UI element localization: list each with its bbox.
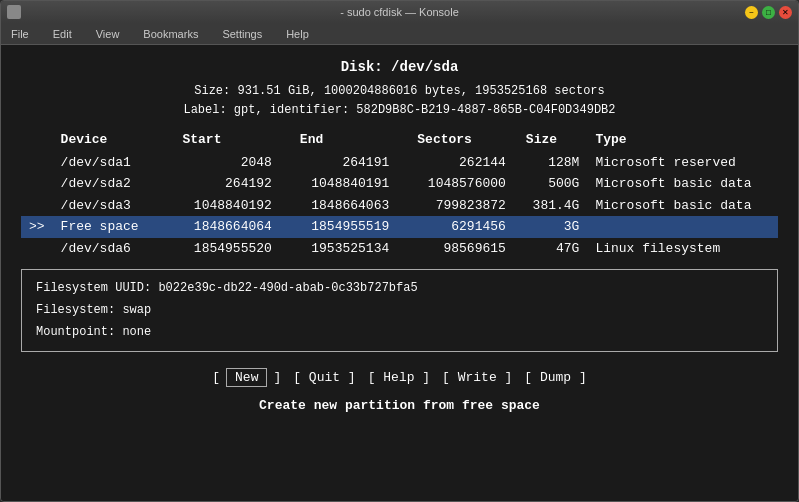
row-start: 1048840192 <box>174 195 291 217</box>
table-row[interactable]: /dev/sda2 264192 1048840191 1048576000 5… <box>21 173 778 195</box>
row-size: 47G <box>518 238 588 260</box>
title-bar: - sudo cfdisk — Konsole − □ ✕ <box>1 1 798 23</box>
row-size: 128M <box>518 152 588 174</box>
row-sectors: 799823872 <box>409 195 518 217</box>
row-end: 1854955519 <box>292 216 409 238</box>
row-end: 1953525134 <box>292 238 409 260</box>
row-sectors: 6291456 <box>409 216 518 238</box>
table-row[interactable]: /dev/sda1 2048 264191 262144 128M Micros… <box>21 152 778 174</box>
row-device: /dev/sda3 <box>53 195 175 217</box>
table-row[interactable]: /dev/sda6 1854955520 1953525134 98569615… <box>21 238 778 260</box>
main-window: - sudo cfdisk — Konsole − □ ✕ File Edit … <box>0 0 799 502</box>
row-sectors: 98569615 <box>409 238 518 260</box>
row-end: 1048840191 <box>292 173 409 195</box>
col-end-header: End <box>292 130 409 152</box>
info-fs: Filesystem: swap <box>36 300 763 322</box>
menu-file[interactable]: File <box>7 26 33 42</box>
action-btn-new[interactable]: New <box>226 368 267 387</box>
terminal-area: Disk: /dev/sda Size: 931.51 GiB, 1000204… <box>1 45 798 501</box>
minimize-button[interactable]: − <box>745 6 758 19</box>
title-bar-controls: − □ ✕ <box>745 6 792 19</box>
col-arrow-header <box>21 130 53 152</box>
row-device: /dev/sda2 <box>53 173 175 195</box>
disk-header: Disk: /dev/sda <box>21 57 778 78</box>
row-device: /dev/sda1 <box>53 152 175 174</box>
row-device: /dev/sda6 <box>53 238 175 260</box>
action-btn-quit[interactable]: [ Quit ] <box>293 368 355 388</box>
row-arrow <box>21 173 53 195</box>
row-start: 264192 <box>174 173 291 195</box>
disk-info: Size: 931.51 GiB, 1000204886016 bytes, 1… <box>21 82 778 120</box>
info-uuid: Filesystem UUID: b022e39c-db22-490d-abab… <box>36 278 763 300</box>
row-size: 500G <box>518 173 588 195</box>
title-bar-title: - sudo cfdisk — Konsole <box>340 6 459 18</box>
row-end: 1848664063 <box>292 195 409 217</box>
col-sectors-header: Sectors <box>409 130 518 152</box>
partition-table: Device Start End Sectors Size Type /dev/… <box>21 130 778 259</box>
row-device: Free space <box>53 216 175 238</box>
row-type: Microsoft basic data <box>587 195 778 217</box>
table-row[interactable]: >> Free space 1848664064 1854955519 6291… <box>21 216 778 238</box>
row-start: 1854955520 <box>174 238 291 260</box>
row-sectors: 1048576000 <box>409 173 518 195</box>
row-arrow: >> <box>21 216 53 238</box>
col-start-header: Start <box>174 130 291 152</box>
action-btn-help[interactable]: [ Help ] <box>368 368 430 388</box>
menu-help[interactable]: Help <box>282 26 313 42</box>
row-size: 3G <box>518 216 588 238</box>
disk-title: Disk: /dev/sda <box>21 57 778 78</box>
menu-bookmarks[interactable]: Bookmarks <box>139 26 202 42</box>
disk-size-line: Size: 931.51 GiB, 1000204886016 bytes, 1… <box>21 82 778 101</box>
table-header-row: Device Start End Sectors Size Type <box>21 130 778 152</box>
action-btn-dump[interactable]: [ Dump ] <box>524 368 586 388</box>
row-start: 1848664064 <box>174 216 291 238</box>
close-button[interactable]: ✕ <box>779 6 792 19</box>
row-arrow <box>21 238 53 260</box>
row-sectors: 262144 <box>409 152 518 174</box>
menu-edit[interactable]: Edit <box>49 26 76 42</box>
col-type-header: Type <box>587 130 778 152</box>
menu-bar: File Edit View Bookmarks Settings Help <box>1 23 798 45</box>
menu-view[interactable]: View <box>92 26 124 42</box>
bracket-open: [ <box>212 368 220 388</box>
row-type: Microsoft basic data <box>587 173 778 195</box>
col-size-header: Size <box>518 130 588 152</box>
row-type: Linux filesystem <box>587 238 778 260</box>
row-arrow <box>21 152 53 174</box>
row-size: 381.4G <box>518 195 588 217</box>
info-box: Filesystem UUID: b022e39c-db22-490d-abab… <box>21 269 778 352</box>
row-type <box>587 216 778 238</box>
maximize-button[interactable]: □ <box>762 6 775 19</box>
row-end: 264191 <box>292 152 409 174</box>
info-mount: Mountpoint: none <box>36 322 763 344</box>
status-bar: Create new partition from free space <box>21 392 778 418</box>
table-row[interactable]: /dev/sda3 1048840192 1848664063 79982387… <box>21 195 778 217</box>
action-btn-write[interactable]: [ Write ] <box>442 368 512 388</box>
row-type: Microsoft reserved <box>587 152 778 174</box>
col-device-header: Device <box>53 130 175 152</box>
disk-label-line: Label: gpt, identifier: 582D9B8C-B219-48… <box>21 101 778 120</box>
window-icon <box>7 5 21 19</box>
row-start: 2048 <box>174 152 291 174</box>
menu-settings[interactable]: Settings <box>218 26 266 42</box>
title-bar-left <box>7 5 21 19</box>
row-arrow <box>21 195 53 217</box>
bracket-close: ] <box>273 368 281 388</box>
action-bar: [ New ] [ Quit ] [ Help ] [ Write ] [ Du… <box>21 368 778 388</box>
